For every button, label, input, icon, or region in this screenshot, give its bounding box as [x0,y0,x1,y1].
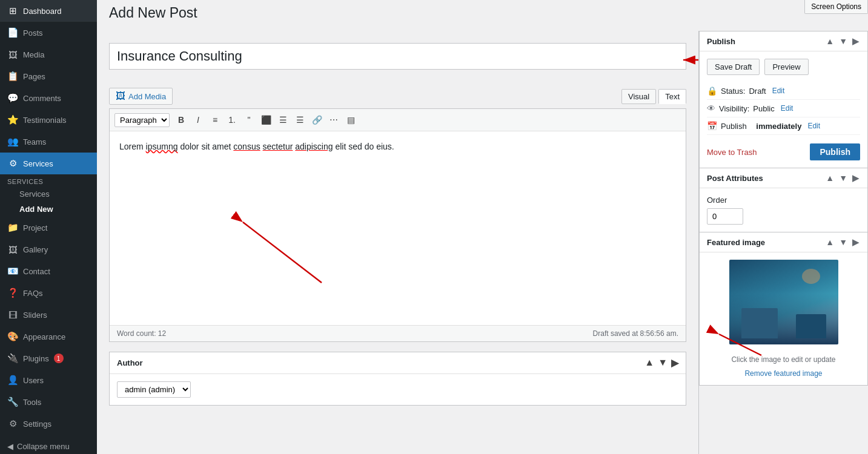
more-button[interactable]: ⋯ [326,112,342,128]
featured-img-down[interactable]: ▼ [838,237,849,247]
publish-panel-body: Save Draft Preview 🔒 Status: Draft Edit … [700,51,867,168]
word-count: Word count: 12 [117,329,166,338]
author-collapse-down[interactable]: ▼ [658,357,668,369]
author-section-body: admin (admin) [110,374,686,405]
link-button[interactable]: 🔗 [309,112,325,128]
comments-icon: 💬 [7,93,18,104]
featured-image-thumbnail[interactable] [729,260,838,344]
remove-featured-image-link[interactable]: Remove featured image [744,369,822,378]
settings-icon: ⚙ [7,418,18,429]
sidebar-item-appearance[interactable]: 🎨 Appearance [0,326,97,347]
featured-image-body: Click the image to edit or update Remove… [700,252,867,385]
sidebar-item-dashboard[interactable]: ⊞ Dashboard [0,0,97,22]
page-title: Add New Post [109,5,856,21]
featured-image-caption: Click the image to edit or update [707,355,860,364]
publish-prefix: Publish [721,122,747,131]
text-tab[interactable]: Text [658,89,686,104]
add-media-button[interactable]: 🖼 Add Media [109,88,173,105]
visual-tab[interactable]: Visual [621,89,656,104]
editor-wrapper: Paragraph B I ≡ 1. " ⬛ ☰ ☰ 🔗 ⋯ ▤ [109,108,686,342]
sidebar-item-label: Media [23,50,44,59]
paragraph-select[interactable]: Paragraph [114,113,170,127]
publish-collapse-up[interactable]: ▲ [824,36,835,46]
status-icon: 🔒 [707,86,717,96]
author-toggle[interactable]: ▶ [671,357,678,369]
post-attr-down[interactable]: ▼ [838,173,849,183]
publish-panel-controls: ▲ ▼ ▶ [824,36,860,46]
toolbar-toggle-button[interactable]: ▤ [343,112,359,128]
visibility-edit-link[interactable]: Edit [781,104,793,113]
unordered-list-button[interactable]: ≡ [207,112,223,128]
sidebar-item-pages[interactable]: 📋 Pages [0,65,97,87]
editor-content-wrapper: Lorem ipsumng dolor sit amet consus sect… [110,131,686,325]
status-edit-link[interactable]: Edit [772,87,785,95]
publish-panel-title: Publish [707,37,735,46]
sidebar-item-tools[interactable]: 🔧 Tools [0,391,97,413]
sidebar: ⊞ Dashboard 📄 Posts 🖼 Media 📋 Pages 💬 Co… [0,0,97,454]
sidebar-item-comments[interactable]: 💬 Comments [0,87,97,109]
screen-options-button[interactable]: Screen Options [804,0,868,14]
bold-button[interactable]: B [173,112,189,128]
post-attr-up[interactable]: ▲ [824,173,835,183]
sidebar-item-services[interactable]: ⚙ Services [0,153,97,174]
save-draft-button[interactable]: Save Draft [707,59,760,75]
sidebar-item-teams[interactable]: 👥 Teams [0,131,97,153]
publish-collapse-down[interactable]: ▼ [838,36,849,46]
sidebar-item-testimonials[interactable]: ⭐ Testimonials [0,109,97,131]
sidebar-item-contact[interactable]: 📧 Contact [0,260,97,282]
author-select[interactable]: admin (admin) [117,381,191,398]
author-section-controls: ▲ ▼ ▶ [644,357,678,369]
align-center-button[interactable]: ☰ [275,112,291,128]
sidebar-item-label: Settings [23,419,51,429]
editor-content[interactable]: Lorem ipsumng dolor sit amet consus sect… [110,131,686,325]
sidebar-item-sliders[interactable]: 🎞 Sliders [0,304,97,326]
italic-button[interactable]: I [190,112,206,128]
post-attributes-controls: ▲ ▼ ▶ [824,173,860,183]
sidebar-item-users[interactable]: 👤 Users [0,369,97,391]
collapse-menu-button[interactable]: ◀ Collapse menu [0,435,97,454]
order-input[interactable] [707,208,743,225]
sidebar-item-posts[interactable]: 📄 Posts [0,22,97,44]
publish-timing-edit-link[interactable]: Edit [807,122,820,130]
editor-footer: Word count: 12 Draft saved at 8:56:56 am… [110,325,686,341]
sidebar-item-plugins[interactable]: 🔌 Plugins 1 [0,347,97,369]
title-row [109,43,686,77]
move-to-trash-link[interactable]: Move to Trash [707,148,757,157]
sidebar-item-label: Services [23,159,53,168]
ordered-list-button[interactable]: 1. [224,112,240,128]
status-row: 🔒 Status: Draft Edit [707,82,860,100]
post-title-input[interactable] [109,43,686,70]
featured-img-up[interactable]: ▲ [824,237,835,247]
align-right-button[interactable]: ☰ [292,112,308,128]
editor-area: 🖼 Add Media Visual Text Paragraph B I ≡ [97,31,698,454]
sidebar-item-faqs[interactable]: ❓ FAQs [0,282,97,304]
sidebar-item-project[interactable]: 📁 Project [0,217,97,239]
publish-timing-row: 📅 Publish immediately Edit [707,117,860,135]
author-section-label: Author [117,358,143,367]
featured-img-toggle[interactable]: ▶ [851,237,860,247]
post-attr-toggle[interactable]: ▶ [851,173,860,183]
sidebar-sub-item-services[interactable]: Services [0,186,97,202]
sidebar-sub-item-add-new[interactable]: Add New [0,202,97,217]
publish-footer: Move to Trash Publish [707,137,860,160]
preview-button[interactable]: Preview [764,59,808,75]
status-label: Status: [721,87,745,96]
publish-toggle[interactable]: ▶ [851,36,860,46]
sidebar-item-label: Contact [23,267,50,276]
publish-button[interactable]: Publish [810,143,860,160]
sidebar-item-media[interactable]: 🖼 Media [0,44,97,65]
sidebar-item-label: Comments [23,94,61,103]
post-attributes-title: Post Attributes [707,174,763,183]
align-left-button[interactable]: ⬛ [258,112,274,128]
blockquote-button[interactable]: " [241,112,257,128]
featured-image-header: Featured image ▲ ▼ ▶ [700,232,867,252]
post-attributes-header: Post Attributes ▲ ▼ ▶ [700,168,867,188]
contact-icon: 📧 [7,266,18,277]
author-collapse-up[interactable]: ▲ [644,357,654,369]
sidebar-item-label: Posts [23,28,43,38]
sidebar-item-label: Sliders [23,311,47,320]
sidebar-item-settings[interactable]: ⚙ Settings [0,413,97,435]
visual-text-tabs: Visual Text [621,89,686,104]
sidebar-item-gallery[interactable]: 🖼 Gallery [0,239,97,260]
tools-icon: 🔧 [7,396,18,407]
